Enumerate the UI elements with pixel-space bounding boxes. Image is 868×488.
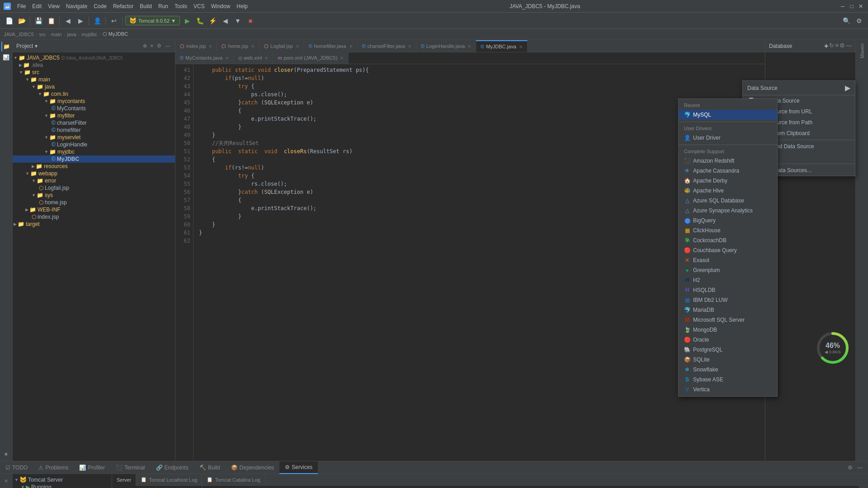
breadcrumb-project[interactable]: JAVA_JDBC5 [4,32,34,37]
tree-main[interactable]: ▼ 📁 main [13,76,175,83]
tree-src[interactable]: ▼ 📁 src [13,69,175,76]
tab-index-jsp[interactable]: ⬡ index.jsp ✕ [175,40,217,52]
close-tab-button5[interactable]: ✕ [408,44,411,49]
breadcrumb-main[interactable]: main [51,32,62,37]
tree-charsetfilter[interactable]: © charsetFilter [13,119,175,127]
more-run-button[interactable]: ▼ [232,15,243,26]
tab-pomxml[interactable]: m pom.xml (JAVA_JDBC5) ✕ [273,52,349,64]
tree-loginhandle[interactable]: © LoginHandle [13,141,175,148]
breadcrumb-src[interactable]: src [39,32,46,37]
menu-vcs[interactable]: VCS [191,2,208,10]
tree-myconstants-class[interactable]: © MyContants [13,105,175,112]
menu-item-azure-sql[interactable]: △ Azure SQL Database [679,196,777,206]
menu-item-couchbase[interactable]: 🔴 Couchbase Query [679,245,777,255]
menu-file[interactable]: File [14,2,28,10]
close-tab-button2[interactable]: ✕ [251,44,255,49]
project-view-button[interactable]: 📁 [1,42,11,52]
tree-root[interactable]: ▼ 📁 JAVA_JDBC5 D:\Idea_Android\JAVA_JDBC… [13,54,175,61]
breadcrumb-java[interactable]: java [67,32,76,37]
tab-home-jsp[interactable]: ⬡ home.jsp ✕ [217,40,259,52]
tab-homefilter[interactable]: © homefilter.java ✕ [304,40,358,52]
server-tab-server[interactable]: Server [112,474,136,486]
bottom-tab-build[interactable]: 🔨 Build [194,461,226,474]
stop-button[interactable]: ■ [245,15,256,26]
menu-build[interactable]: Build [137,2,155,10]
menu-item-user-driver[interactable]: 👤 User Driver [679,133,777,143]
close-tab-button7[interactable]: ✕ [519,44,523,49]
close-tab-button8[interactable]: ✕ [225,56,229,61]
menu-item-cockroachdb[interactable]: 🪲 CockroachDB [679,235,777,245]
back-button[interactable]: ◀ [62,15,73,26]
open-button[interactable]: 📂 [16,15,27,26]
tree-target[interactable]: ▶ 📁 target [13,221,175,228]
profile-button[interactable]: ◀ [220,15,231,26]
services-expand-button[interactable]: ≡ [1,476,11,486]
hide-panel-button[interactable]: — [164,42,171,49]
menu-item-mongodb[interactable]: 🍃 MongoDB [679,325,777,335]
collapse-all-button[interactable]: ≡ [149,42,155,49]
hide-bottom-button[interactable]: — [855,463,864,472]
menu-item-bigquery[interactable]: ⬤ BigQuery [679,216,777,225]
tab-logfail-jsp[interactable]: ⬡ Logfail.jsp ✕ [259,40,304,52]
menu-item-postgresql[interactable]: 🐘 PostgreSQL [679,345,777,355]
menu-item-greenplum[interactable]: ● Greenplum [679,265,777,275]
db-hide-button[interactable]: — [846,42,852,50]
bottom-tab-todo[interactable]: ☑ TODO [0,461,33,474]
tab-myconstants[interactable]: © MyContants.java ✕ [175,52,234,64]
forward-button[interactable]: ▶ [75,15,86,26]
maximize-button[interactable]: □ [848,3,855,10]
tree-mycontants[interactable]: ▼ 📁 mycontants [13,98,175,105]
menu-item-mssql[interactable]: M Microsoft SQL Server [679,315,777,325]
menu-item-clickhouse[interactable]: ▦ ClickHouse [679,225,777,235]
close-tab-button3[interactable]: ✕ [296,44,299,49]
tree-indexjsp[interactable]: ⬡ index.jsp [13,213,175,221]
close-tab-button9[interactable]: ✕ [264,56,268,61]
tab-charsetfilter[interactable]: © charsetFilter.java ✕ [358,40,416,52]
debug-button[interactable]: 🐛 [194,15,205,26]
menu-window[interactable]: Window [208,2,233,10]
close-tab-button4[interactable]: ✕ [349,44,353,49]
favorites-button[interactable]: ★ [1,449,11,459]
bottom-tab-endpoints[interactable]: 🔗 Endpoints [151,461,194,474]
server-tab-localhost-log[interactable]: 📋 Tomcat Localhost Log [136,474,202,486]
menu-item-hsqldb[interactable]: H HSQLDB [679,285,777,295]
tree-myfilter[interactable]: ▼ 📁 myfilter [13,112,175,119]
tree-homejsp[interactable]: ⬡ home.jsp [13,199,175,206]
tree-myjdbc-class[interactable]: © MyJDBC [13,155,175,163]
menu-item-vertica[interactable]: V Vertica [679,385,777,394]
menu-run[interactable]: Run [156,2,171,10]
tree-myjdbc-folder[interactable]: ▼ 📁 myjdbc [13,148,175,155]
menu-item-sybase[interactable]: S Sybase ASE [679,375,777,385]
tree-comlin[interactable]: ▼ 📁 com.lin [13,90,175,98]
minimize-button[interactable]: ─ [839,3,846,10]
menu-item-apache-cassandra[interactable]: 👁 Apache Cassandra [679,166,777,176]
db-refresh-button[interactable]: ↻ [829,42,834,50]
search-everywhere-button[interactable]: 🔍 [841,15,852,26]
tree-homefilter[interactable]: © homefilter [13,127,175,134]
menu-item-h2[interactable]: H H2 [679,275,777,285]
breadcrumb-myjdbc[interactable]: myjdbc [81,32,97,37]
close-tab-button6[interactable]: ✕ [467,44,471,49]
coverage-button[interactable]: ⚡ [207,15,218,26]
project-settings-button[interactable]: ⚙ [156,42,163,49]
services-running[interactable]: ▼ ▶ Running [13,483,112,488]
menu-edit[interactable]: Edit [29,2,44,10]
tree-myservlet[interactable]: ▼ 📁 myservlet [13,134,175,141]
tab-myjdbc[interactable]: © MyJDBC.java ✕ [476,40,528,52]
menu-item-mysql[interactable]: 🐬 MySQL [679,110,777,120]
git-button[interactable]: 👤 [92,15,103,26]
structure-button[interactable]: 📊 [1,52,11,62]
bottom-tab-problems[interactable]: ⚠ Problems [33,461,74,474]
bottom-tab-dependencies[interactable]: 📦 Dependencies [226,461,280,474]
menu-tools[interactable]: Tools [172,2,190,10]
tree-error[interactable]: ▼ 📁 error [13,177,175,184]
menu-item-sqlite[interactable]: 📦 SQLite [679,355,777,365]
tree-webinf[interactable]: ▶ 📁 WEB-INF [13,206,175,213]
menu-item-apache-hive[interactable]: 🐝 Apache Hive [679,186,777,196]
tree-idea[interactable]: ▶ 📁 .idea [13,61,175,69]
menu-item-mariadb[interactable]: 🐬 MariaDB [679,305,777,315]
maven-label[interactable]: Maven [859,42,866,60]
bottom-tab-profiler[interactable]: 📊 Profiler [74,461,110,474]
breadcrumb-myjdbc-class[interactable]: ⬡ MyJDBC [103,31,128,37]
menu-item-amazon-redshift[interactable]: ⬛ Amazon Redshift [679,156,777,166]
